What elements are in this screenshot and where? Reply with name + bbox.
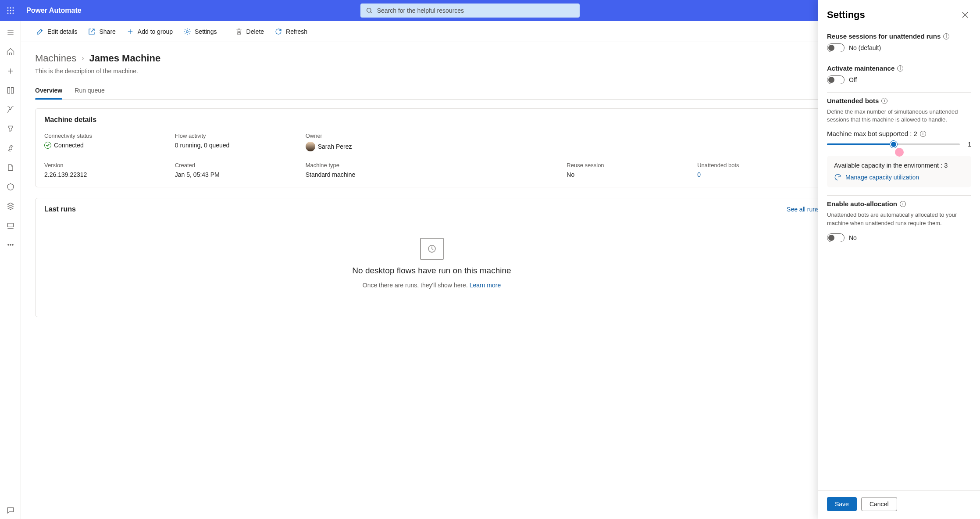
nav-create[interactable]	[2, 62, 19, 80]
bots-value[interactable]: 0	[697, 171, 819, 178]
max-bot-supported-label: Machine max bot supported : 2	[827, 130, 917, 137]
product-name: Power Automate	[26, 7, 82, 14]
nav-flows[interactable]	[2, 101, 19, 118]
last-runs-title: Last runs	[44, 205, 76, 213]
nav-solutions[interactable]	[2, 178, 19, 196]
nav-monitor[interactable]	[2, 120, 19, 138]
version-label: Version	[44, 162, 166, 168]
owner-label: Owner	[306, 132, 819, 139]
svg-point-6	[7, 13, 9, 14]
nav-ai[interactable]	[2, 140, 19, 157]
svg-point-9	[367, 8, 371, 12]
svg-point-5	[13, 10, 14, 11]
reuse-session-value: No	[567, 171, 688, 178]
svg-point-8	[13, 13, 14, 14]
nav-home[interactable]	[2, 43, 19, 61]
save-button[interactable]: Save	[827, 497, 857, 511]
enable-auto-allocation-toggle[interactable]	[827, 233, 845, 242]
conn-status-value: Connected	[44, 142, 166, 149]
history-empty-icon	[420, 238, 444, 260]
svg-point-3	[7, 10, 9, 11]
machine-type-label: Machine type	[306, 162, 558, 168]
slider-thumb[interactable]	[890, 141, 897, 148]
capacity-box: Available capacity in the environment : …	[827, 156, 971, 187]
add-to-group-label: Add to group	[138, 28, 173, 35]
app-launcher-button[interactable]	[0, 0, 21, 21]
nav-collapse-button[interactable]	[2, 24, 19, 41]
refresh-icon	[274, 28, 282, 36]
refresh-button[interactable]: Refresh	[270, 24, 312, 39]
created-value: Jan 5, 05:43 PM	[175, 171, 297, 178]
nav-connections[interactable]	[2, 197, 19, 215]
see-all-runs-link[interactable]: See all runs	[787, 206, 819, 213]
nav-machines[interactable]	[2, 217, 19, 234]
refresh-label: Refresh	[286, 28, 307, 35]
reuse-sessions-label: Reuse sessions for unattended runs	[827, 32, 941, 40]
pencil-icon	[36, 28, 44, 36]
bots-slider[interactable]	[827, 143, 960, 145]
settings-panel-title: Settings	[827, 9, 865, 21]
settings-button[interactable]: Settings	[179, 24, 221, 39]
nav-more[interactable]	[2, 236, 19, 254]
reuse-session-label: Reuse session	[567, 162, 688, 168]
settings-label: Settings	[195, 28, 217, 35]
plus-icon	[126, 28, 134, 36]
tab-overview[interactable]: Overview	[35, 82, 62, 99]
nav-process[interactable]	[2, 159, 19, 176]
search-input[interactable]: Search for the helpful resources	[360, 4, 580, 18]
activate-maintenance-label: Activate maintenance	[827, 64, 894, 72]
last-runs-card: Last runs See all runs No desktop flows …	[35, 198, 828, 317]
unattended-bots-label: Unattended bots	[827, 97, 879, 104]
nav-ask[interactable]	[2, 501, 19, 519]
enable-auto-allocation-value: No	[849, 234, 857, 241]
info-icon[interactable]: i	[881, 98, 887, 104]
share-label: Share	[99, 28, 115, 35]
svg-point-0	[7, 7, 9, 9]
svg-point-2	[13, 7, 14, 9]
close-panel-button[interactable]	[959, 9, 971, 21]
unattended-bots-description: Define the max number of simultaneous un…	[827, 108, 971, 124]
share-icon	[88, 28, 96, 36]
svg-point-7	[10, 13, 11, 14]
breadcrumb-current: James Machine	[89, 53, 160, 64]
empty-state-title: No desktop flows have run on this machin…	[352, 266, 511, 276]
manage-capacity-link[interactable]: Manage capacity utilization	[834, 173, 964, 181]
divider	[226, 26, 226, 37]
flow-activity-label: Flow activity	[175, 132, 297, 139]
close-icon	[962, 12, 968, 18]
settings-panel: Settings Reuse sessions for unattended r…	[818, 0, 980, 519]
info-icon[interactable]: i	[900, 201, 906, 207]
search-placeholder: Search for the helpful resources	[377, 7, 464, 14]
learn-more-link[interactable]: Learn more	[470, 282, 501, 289]
delete-button[interactable]: Delete	[231, 24, 268, 39]
nav-templates[interactable]	[2, 82, 19, 99]
bots-label: Unattended bots	[697, 162, 819, 168]
svg-point-17	[10, 244, 11, 246]
activate-maintenance-toggle[interactable]	[827, 75, 845, 84]
empty-state-subtitle: Once there are runs, they'll show here. …	[363, 282, 501, 289]
delete-label: Delete	[246, 28, 264, 35]
check-icon	[44, 142, 51, 149]
search-icon	[366, 7, 373, 14]
breadcrumb-root[interactable]: Machines	[35, 53, 76, 64]
info-icon[interactable]: i	[920, 131, 926, 137]
flow-activity-value: 0 running, 0 queued	[175, 142, 297, 149]
share-button[interactable]: Share	[83, 24, 120, 39]
avatar-icon	[306, 142, 315, 151]
reuse-sessions-value: No (default)	[849, 44, 881, 51]
slider-fill	[827, 143, 894, 145]
add-to-group-button[interactable]: Add to group	[122, 24, 177, 39]
activate-maintenance-value: Off	[849, 76, 857, 83]
cancel-button[interactable]: Cancel	[861, 497, 897, 511]
gear-icon	[183, 28, 191, 36]
reuse-sessions-toggle[interactable]	[827, 43, 845, 52]
cursor-indicator	[895, 148, 904, 157]
svg-rect-15	[7, 223, 13, 227]
edit-details-button[interactable]: Edit details	[32, 24, 82, 39]
slider-value: 1	[965, 141, 971, 148]
info-icon[interactable]: i	[897, 65, 903, 72]
svg-point-18	[12, 244, 13, 246]
tab-run-queue[interactable]: Run queue	[75, 82, 105, 99]
info-icon[interactable]: i	[943, 33, 949, 39]
left-nav-rail	[0, 21, 21, 519]
